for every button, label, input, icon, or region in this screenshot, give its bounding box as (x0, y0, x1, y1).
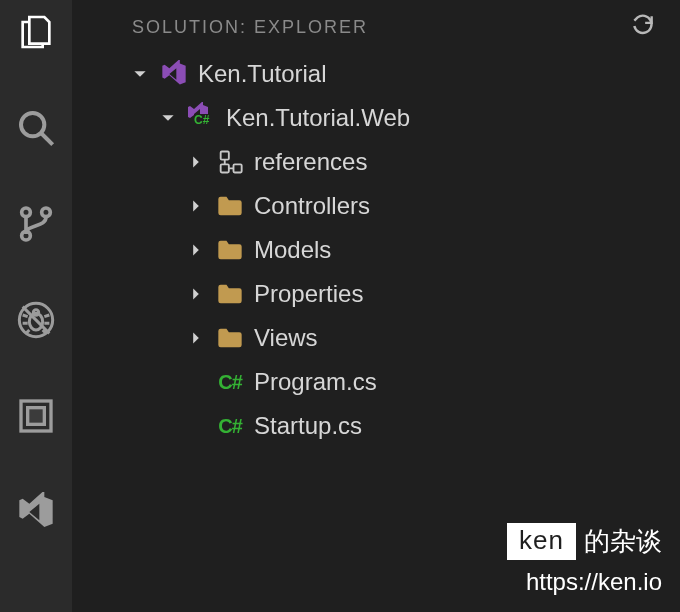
chevron-right-icon (186, 155, 206, 169)
panel-header: SOLUTION: EXPLORER (72, 12, 680, 52)
tree-node-item[interactable]: C#Startup.cs (72, 404, 680, 448)
svg-rect-11 (221, 152, 229, 160)
csharp-file-icon: C# (216, 412, 244, 440)
tree-node-solution[interactable]: Ken.Tutorial (72, 52, 680, 96)
watermark: ken 的杂谈 https://ken.io (507, 523, 662, 596)
tree-node-label: Views (254, 326, 318, 350)
folder-icon (216, 236, 244, 264)
tree-node-label: Controllers (254, 194, 370, 218)
svg-point-0 (21, 113, 44, 136)
no-bug-icon (16, 300, 56, 344)
tree-node-label: Program.cs (254, 370, 377, 394)
tree-node-label: Ken.Tutorial.Web (226, 106, 410, 130)
svg-rect-13 (234, 164, 242, 172)
tree-node-label: references (254, 150, 367, 174)
tree-node-item[interactable]: references (72, 140, 680, 184)
csharp-project-icon: C# (188, 104, 216, 132)
watermark-suffix: 的杂谈 (584, 524, 662, 559)
chevron-right-icon (186, 243, 206, 257)
visual-studio-icon (160, 60, 188, 88)
tree-node-item[interactable]: Controllers (72, 184, 680, 228)
chevron-right-icon (186, 287, 206, 301)
tree-node-label: Models (254, 238, 331, 262)
tree-node-project[interactable]: C# Ken.Tutorial.Web (72, 96, 680, 140)
activity-search[interactable] (12, 106, 60, 154)
watermark-url: https://ken.io (507, 568, 662, 596)
tree-node-label: Ken.Tutorial (198, 62, 327, 86)
csharp-file-icon: C# (216, 368, 244, 396)
tree-node-item[interactable]: Properties (72, 272, 680, 316)
tree-node-item[interactable]: Models (72, 228, 680, 272)
watermark-badge: ken (507, 523, 576, 560)
svg-point-3 (42, 208, 51, 217)
chevron-right-icon (186, 331, 206, 345)
panel-title: SOLUTION: EXPLORER (132, 17, 368, 38)
svg-rect-10 (28, 408, 45, 425)
tree-node-label: Properties (254, 282, 363, 306)
activity-source-control[interactable] (12, 202, 60, 250)
svg-point-2 (22, 208, 31, 217)
folder-icon (216, 280, 244, 308)
files-icon (16, 12, 56, 56)
search-icon (16, 108, 56, 152)
activity-explorer[interactable] (12, 10, 60, 58)
folder-icon (216, 192, 244, 220)
solution-tree: Ken.Tutorial C# Ken.Tutorial.Web referen… (72, 52, 680, 448)
folder-icon (216, 324, 244, 352)
extensions-icon (16, 396, 56, 440)
refresh-icon (630, 24, 656, 41)
activity-bar (0, 0, 72, 612)
solution-explorer-panel: SOLUTION: EXPLORER Ken.Tutorial C# (72, 0, 680, 612)
svg-rect-12 (221, 164, 229, 172)
chevron-down-icon (158, 111, 178, 125)
svg-line-1 (41, 133, 53, 145)
activity-extensions[interactable] (12, 394, 60, 442)
activity-debug[interactable] (12, 298, 60, 346)
activity-vs[interactable] (12, 490, 60, 538)
tree-node-item[interactable]: Views (72, 316, 680, 360)
chevron-right-icon (186, 199, 206, 213)
refresh-button[interactable] (630, 12, 656, 42)
branch-icon (16, 204, 56, 248)
tree-node-item[interactable]: C#Program.cs (72, 360, 680, 404)
visual-studio-icon (16, 492, 56, 536)
chevron-down-icon (130, 67, 150, 81)
tree-node-label: Startup.cs (254, 414, 362, 438)
references-icon (216, 148, 244, 176)
